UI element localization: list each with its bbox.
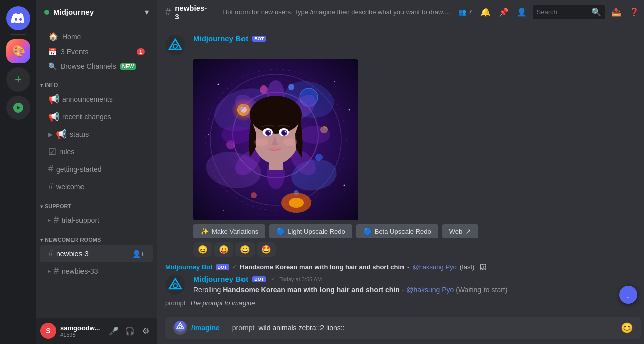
server-name: Midjourney [53, 8, 94, 16]
image-icon[interactable]: 🖼 [479, 263, 486, 271]
web-button[interactable]: Web ↗ [442, 224, 479, 238]
message-group-1: Midjourney Bot BOT [157, 32, 644, 57]
header-separator [217, 7, 217, 17]
browse-icon: 🔍 [48, 62, 57, 70]
hash-icon-newbies3: # [48, 248, 53, 259]
sidebar-item-browse-channels[interactable]: 🔍 Browse Channels NEW [40, 59, 153, 73]
server-list: 🎨 + [0, 0, 36, 344]
channel-rules[interactable]: ☑ rules [40, 143, 153, 160]
verify-check: ✓ [232, 264, 237, 270]
server-menu-chevron: ▾ [145, 8, 149, 17]
hash-icon-newbies33: # [54, 266, 59, 276]
category-newcomer[interactable]: ▾ NEWCOMER ROOMS [36, 229, 157, 245]
sidebar-item-events[interactable]: 📅 3 Events 1 [40, 45, 153, 59]
message-content-2: Midjourney Bot BOT ✓ Today at 3:55 AM Re… [193, 275, 641, 295]
help-icon: ❓ [629, 7, 639, 17]
discord-home-icon[interactable] [6, 6, 30, 30]
message-time-2: Today at 3:55 AM [279, 276, 322, 282]
svg-point-21 [218, 84, 219, 85]
status-channel-expand: ▸ [48, 129, 53, 140]
messages-area: Midjourney Bot BOT [157, 24, 644, 317]
channel-newbies-3[interactable]: # newbies-3 👤+ [40, 245, 153, 262]
svg-point-24 [208, 134, 209, 135]
light-upscale-redo-button[interactable]: 🔵 Light Upscale Redo [269, 224, 352, 238]
add-member-icon[interactable]: 👤+ [132, 250, 145, 258]
input-prefix-button[interactable] [173, 321, 187, 335]
svg-rect-37 [269, 157, 283, 170]
channel-getting-started-label: getting-started [56, 165, 102, 174]
reaction-tongue[interactable]: 😛 [214, 242, 233, 257]
svg-point-48 [283, 138, 297, 146]
svg-point-46 [285, 131, 286, 133]
search-bar[interactable]: 🔍 [533, 5, 605, 19]
svg-point-47 [254, 138, 268, 146]
announcement-icon-3: 📢 [56, 129, 67, 140]
category-support-expand: ▾ [40, 204, 43, 209]
member-count-button[interactable]: 👥 7 [456, 8, 474, 16]
web-label: Web [449, 228, 463, 235]
light-upscale-icon: 🔵 [276, 227, 285, 235]
sidebar-item-home[interactable]: 🏠 Home [40, 29, 153, 44]
scroll-down-icon: ↓ [626, 290, 630, 300]
beta-upscale-redo-label: Beta Upscale Redo [375, 228, 431, 235]
main-content: # newbies-3 Bot room for new users. Type… [157, 0, 644, 344]
message-author-2[interactable]: Midjourney Bot [193, 275, 248, 283]
channel-sidebar: Midjourney ▾ 🏠 Home 📅 3 Events 1 🔍 Brows… [36, 0, 157, 344]
user-avatar: S [40, 323, 56, 339]
notification-button[interactable]: 🔔 [478, 5, 493, 19]
reaction-star-eyes[interactable]: 🤩 [257, 242, 276, 257]
header-actions: 👥 7 🔔 📌 👤 🔍 📥 [456, 5, 641, 19]
external-link-icon: ↗ [465, 227, 471, 235]
scroll-to-bottom-button[interactable]: ↓ [619, 286, 637, 304]
channel-hash-icon: # [165, 6, 171, 18]
mention-haksung[interactable]: @haksung Pyo [406, 286, 454, 294]
beta-upscale-icon: 🔵 [363, 227, 372, 235]
message-author-1[interactable]: Midjourney Bot [193, 34, 248, 43]
home-icon: 🏠 [48, 32, 58, 41]
channel-getting-started[interactable]: # getting-started [40, 161, 153, 178]
message-content-1: Midjourney Bot BOT [193, 34, 641, 55]
server-separator [10, 34, 26, 35]
settings-button[interactable]: ⚙ [139, 324, 153, 338]
pin-button[interactable]: 📌 [497, 5, 511, 19]
user-info: samgoodw... #1598 [60, 324, 103, 338]
search-input[interactable] [537, 8, 589, 16]
server-header[interactable]: Midjourney ▾ [36, 0, 157, 24]
category-support[interactable]: ▾ SUPPORT [36, 195, 157, 211]
inbox-button[interactable]: 📥 [609, 5, 623, 19]
channel-newbies-33[interactable]: ▸ # newbies-33 [40, 263, 153, 279]
emoji-button[interactable]: 😊 [621, 322, 633, 334]
chat-image[interactable] [193, 59, 358, 220]
channel-status[interactable]: ▸ 📢 status [40, 126, 153, 143]
channel-welcome[interactable]: # welcome [40, 178, 153, 195]
reaction-grin[interactable]: 😀 [235, 242, 255, 257]
bot-avatar-2 [165, 275, 185, 295]
inline-bot-badge: BOT [216, 264, 229, 270]
chat-image-container [193, 59, 644, 220]
mute-button[interactable]: 🎤 [107, 324, 121, 338]
category-info[interactable]: ▾ INFO [36, 74, 157, 90]
reaction-tired[interactable]: 😖 [193, 242, 212, 257]
add-server-button[interactable]: + [6, 67, 30, 92]
events-badge: 1 [137, 48, 145, 55]
channel-recent-changes[interactable]: 📢 recent-changes [40, 108, 153, 125]
channel-trial-support[interactable]: ▸ # trial-support [40, 212, 153, 228]
explore-servers-button[interactable] [6, 96, 30, 120]
midjourney-server-icon[interactable]: 🎨 [6, 39, 30, 63]
make-variations-button[interactable]: ✨ Make Variations [193, 224, 265, 238]
deafen-button[interactable]: 🎧 [123, 324, 137, 338]
beta-upscale-redo-button[interactable]: 🔵 Beta Upscale Redo [356, 224, 438, 238]
help-button[interactable]: ❓ [627, 5, 641, 19]
main-wrapper: # newbies-3 Bot room for new users. Type… [157, 0, 644, 344]
events-icon: 📅 [48, 48, 57, 56]
status-waiting: (Waiting to start) [456, 286, 507, 294]
inline-bot-name[interactable]: Midjourney Bot [165, 263, 213, 271]
message-input[interactable] [258, 317, 616, 339]
inbox-icon: 📥 [611, 7, 621, 17]
members-button[interactable]: 👤 [515, 5, 529, 19]
category-info-label: INFO [45, 82, 58, 88]
user-controls: 🎤 🎧 ⚙ [107, 324, 153, 338]
message-text-2: Rerolling Handsome Korean man with long … [193, 285, 641, 295]
action-buttons: ✨ Make Variations 🔵 Light Upscale Redo 🔵… [193, 224, 644, 238]
channel-announcements[interactable]: 📢 announcements [40, 91, 153, 108]
